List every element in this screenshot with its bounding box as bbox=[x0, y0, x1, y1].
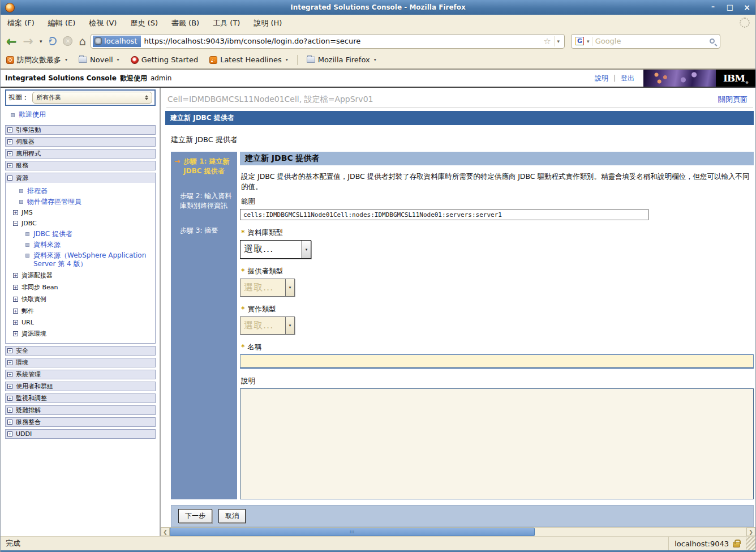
cancel-button[interactable]: 取消 bbox=[218, 509, 246, 523]
tree-category-environment[interactable]: 環境 bbox=[5, 358, 156, 367]
scroll-right-icon[interactable]: ❯ bbox=[746, 528, 755, 536]
tree-subcategory-resource-environment[interactable]: 資源環境 bbox=[6, 328, 154, 340]
maximize-icon[interactable] bbox=[726, 3, 734, 12]
expand-icon[interactable] bbox=[13, 210, 18, 215]
resize-grip[interactable] bbox=[746, 537, 755, 550]
search-input[interactable] bbox=[595, 37, 707, 45]
url-dropdown-button[interactable]: ▾ bbox=[554, 36, 563, 46]
menu-tools[interactable]: 工具 (T) bbox=[213, 18, 240, 28]
expand-icon[interactable] bbox=[7, 127, 12, 132]
tree-subcategory-mail[interactable]: 郵件 bbox=[6, 305, 154, 317]
bookmark-getting-started[interactable]: Getting Started bbox=[131, 55, 199, 64]
select-dropdown-icon[interactable] bbox=[285, 317, 294, 334]
tree-item-welcome[interactable]: 歡迎使用 bbox=[5, 108, 156, 123]
tree-item-schedulers[interactable]: 排程器 bbox=[6, 186, 154, 196]
next-button[interactable]: 下一步 bbox=[178, 509, 212, 523]
tree-category-resources[interactable]: 資源 bbox=[6, 173, 155, 183]
menu-edit[interactable]: 編輯 (E) bbox=[48, 18, 76, 28]
tree-subcategory-cache-instances[interactable]: 快取實例 bbox=[6, 293, 154, 305]
collapse-icon[interactable] bbox=[13, 221, 18, 226]
scrollbar-thumb[interactable] bbox=[170, 528, 535, 536]
tree-subcategory-url[interactable]: URL bbox=[6, 317, 154, 328]
name-input[interactable] bbox=[240, 354, 754, 369]
tree-subcategory-jdbc[interactable]: JDBC bbox=[6, 218, 154, 229]
tree-category-service-integration[interactable]: 服務整合 bbox=[5, 417, 156, 427]
security-host-panel[interactable]: localhost:9043 bbox=[668, 537, 746, 550]
collapse-icon[interactable] bbox=[7, 176, 12, 181]
expand-icon[interactable] bbox=[13, 320, 18, 325]
expand-icon[interactable] bbox=[7, 348, 12, 353]
url-text[interactable]: https://localhost:9043/ibm/console/login… bbox=[144, 37, 540, 45]
expand-icon[interactable] bbox=[7, 396, 12, 401]
logout-link[interactable]: 登出 bbox=[621, 74, 634, 83]
description-textarea[interactable] bbox=[240, 388, 754, 499]
menu-bookmarks[interactable]: 書籤 (B) bbox=[171, 18, 199, 28]
expand-icon[interactable] bbox=[13, 297, 18, 302]
expand-icon[interactable] bbox=[7, 360, 12, 365]
scroll-left-icon[interactable]: ❮ bbox=[161, 528, 170, 536]
search-engine-dropdown[interactable]: ▾ bbox=[587, 37, 592, 46]
bookmark-most-visited[interactable]: 訪問次數最多 bbox=[6, 55, 67, 65]
tree-category-services[interactable]: 服務 bbox=[5, 161, 156, 170]
bookmark-novell[interactable]: Novell bbox=[79, 55, 119, 64]
expand-icon[interactable] bbox=[7, 151, 12, 156]
expand-icon[interactable] bbox=[13, 331, 18, 336]
tree-category-applications[interactable]: 應用程式 bbox=[5, 149, 156, 159]
scope-input[interactable] bbox=[240, 209, 648, 220]
scrollbar-track[interactable] bbox=[535, 528, 746, 536]
tree-category-users-groups[interactable]: 使用者和群組 bbox=[5, 382, 156, 391]
tree-item-data-sources-was4[interactable]: 資料來源（WebSphere Application Server 第 4 版） bbox=[6, 250, 154, 269]
expand-icon[interactable] bbox=[7, 408, 12, 413]
database-type-select[interactable]: 選取... bbox=[240, 240, 311, 259]
bookmark-star-icon[interactable]: ☆ bbox=[543, 36, 551, 46]
tree-item-object-pool-managers[interactable]: 物件儲存區管理員 bbox=[6, 196, 154, 207]
expand-icon[interactable] bbox=[13, 285, 18, 290]
menu-history[interactable]: 歷史 (S) bbox=[130, 18, 158, 28]
tree-item-jdbc-providers[interactable]: JDBC 提供者 bbox=[6, 229, 154, 239]
tree-category-troubleshooting[interactable]: 疑難排解 bbox=[5, 405, 156, 415]
expand-icon[interactable] bbox=[7, 420, 12, 425]
tree-category-security[interactable]: 安全 bbox=[5, 346, 156, 356]
tree-category-uddi[interactable]: UDDI bbox=[5, 429, 156, 439]
tree-group-resources: 資源 排程器 物件儲存區管理員 JMS JDBC JDBC 提供者 資料來源 資… bbox=[5, 173, 156, 344]
forward-button[interactable]: → bbox=[21, 33, 35, 49]
view-select[interactable]: 所有作業 bbox=[32, 92, 152, 104]
minimize-icon[interactable] bbox=[709, 3, 717, 12]
expand-icon[interactable] bbox=[13, 273, 18, 278]
search-box[interactable]: G ▾ bbox=[571, 34, 720, 49]
history-dropdown-button[interactable]: ▾ bbox=[38, 33, 44, 49]
tree-category-servers[interactable]: 伺服器 bbox=[5, 137, 156, 147]
site-identity-chip[interactable]: localhost bbox=[93, 36, 141, 47]
tree-category-monitoring-tuning[interactable]: 監視和調整 bbox=[5, 393, 156, 403]
close-page-link[interactable]: 關閉頁面 bbox=[718, 95, 748, 105]
expand-icon[interactable] bbox=[7, 163, 12, 168]
provider-type-select[interactable]: 選取... bbox=[240, 279, 295, 297]
expand-icon[interactable] bbox=[7, 384, 12, 389]
menu-file[interactable]: 檔案 (F) bbox=[7, 18, 35, 28]
menu-help[interactable]: 說明 (H) bbox=[254, 18, 282, 28]
expand-icon[interactable] bbox=[7, 431, 12, 437]
select-dropdown-icon[interactable] bbox=[285, 279, 294, 296]
stop-button[interactable]: ✕ bbox=[61, 33, 74, 49]
tree-item-data-sources[interactable]: 資料來源 bbox=[6, 239, 154, 250]
menu-view[interactable]: 檢視 (V) bbox=[89, 18, 117, 28]
bookmark-latest-headlines[interactable]: Latest Headlines bbox=[209, 55, 288, 64]
tree-category-system-administration[interactable]: 系統管理 bbox=[5, 370, 156, 379]
select-dropdown-icon[interactable] bbox=[302, 241, 311, 258]
tree-subcategory-jms[interactable]: JMS bbox=[6, 207, 154, 218]
search-icon[interactable] bbox=[710, 38, 715, 44]
reload-button[interactable] bbox=[46, 33, 58, 49]
tree-subcategory-resource-adapters[interactable]: 資源配接器 bbox=[6, 269, 154, 281]
expand-icon[interactable] bbox=[7, 139, 12, 144]
help-link[interactable]: 說明 bbox=[595, 74, 608, 83]
back-button[interactable]: ← bbox=[5, 33, 18, 49]
bookmark-mozilla-firefox[interactable]: Mozilla Firefox bbox=[307, 55, 376, 64]
home-button[interactable]: ⌂ bbox=[77, 33, 88, 49]
implementation-type-select[interactable]: 選取... bbox=[240, 316, 295, 335]
expand-icon[interactable] bbox=[7, 372, 12, 377]
url-bar[interactable]: localhost https://localhost:9043/ibm/con… bbox=[91, 34, 565, 49]
close-icon[interactable] bbox=[743, 3, 751, 12]
tree-category-guided-activities[interactable]: 引導活動 bbox=[5, 125, 156, 135]
tree-subcategory-async-beans[interactable]: 非同步 Bean bbox=[6, 281, 154, 293]
expand-icon[interactable] bbox=[13, 309, 18, 314]
